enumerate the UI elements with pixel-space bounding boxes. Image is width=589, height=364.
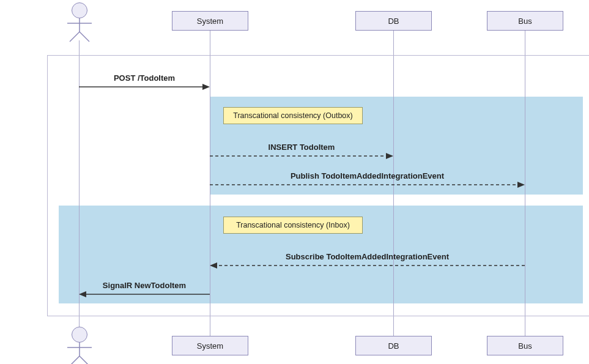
svg-marker-13 [517, 182, 525, 188]
svg-marker-11 [386, 153, 393, 159]
svg-marker-15 [210, 262, 217, 269]
svg-marker-17 [79, 291, 86, 297]
arrows-layer [0, 0, 589, 364]
sequence-diagram: System DB Bus System DB Bus Transcationa… [0, 0, 589, 364]
svg-marker-9 [202, 84, 210, 90]
